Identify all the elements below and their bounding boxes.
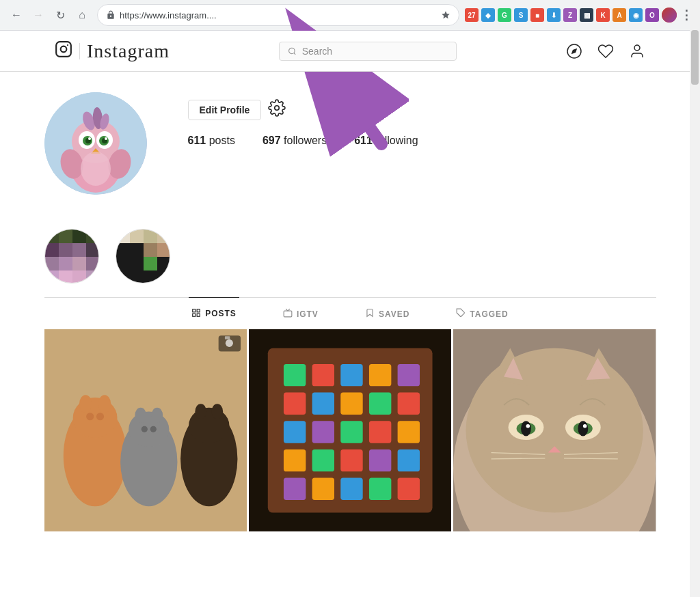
url-text: https://www.instagram....: [120, 10, 437, 20]
svg-rect-71: [397, 421, 419, 443]
pixel-cell: [72, 230, 86, 243]
activity-heart-icon[interactable]: [597, 43, 614, 59]
pixel-cell: [116, 270, 130, 283]
post-thumbnail-2[interactable]: [249, 329, 451, 531]
pixel-cell: [45, 270, 59, 283]
pixel-cell: [144, 230, 157, 243]
ext-icon-11: ◉: [629, 8, 643, 22]
svg-rect-30: [193, 314, 196, 316]
search-icon: [288, 46, 297, 56]
svg-point-50: [195, 404, 206, 419]
ext-icon-7: Z: [563, 8, 577, 22]
svg-point-2: [67, 44, 68, 45]
pixel-cell: [144, 257, 157, 270]
search-bar[interactable]: [279, 42, 457, 61]
pixel-cell: [130, 270, 144, 283]
ig-profile-actions: Edit Profile: [188, 99, 656, 121]
tab-tagged-label: TAGGED: [470, 309, 508, 319]
scrollbar-thumb[interactable]: [691, 30, 699, 85]
nav-buttons: ← → ↻ ⌂: [7, 5, 92, 25]
following-label: following: [375, 135, 418, 146]
followers-stat: 697 followers: [262, 135, 327, 147]
svg-line-101: [564, 458, 618, 459]
svg-rect-31: [197, 314, 200, 316]
tab-igtv[interactable]: IGTV: [280, 298, 321, 329]
svg-point-47: [150, 426, 156, 432]
user-avatar-browser: [662, 8, 677, 23]
pixel-cell: [144, 243, 157, 257]
svg-point-46: [141, 426, 147, 432]
post-thumbnail-1[interactable]: [44, 329, 247, 531]
svg-rect-57: [284, 364, 306, 386]
pixel-cell: [45, 230, 59, 243]
svg-rect-74: [340, 449, 362, 471]
svg-rect-67: [284, 421, 306, 443]
edit-profile-button[interactable]: Edit Profile: [188, 100, 262, 120]
svg-point-96: [583, 424, 587, 428]
ig-stats: 611 posts 697 followers 611 following: [188, 135, 656, 147]
pixel-cell: [86, 257, 99, 270]
svg-rect-62: [284, 393, 306, 415]
lock-icon: [106, 10, 116, 20]
pixel-cell: [59, 230, 72, 243]
svg-rect-64: [340, 393, 362, 415]
svg-point-1: [61, 46, 67, 52]
svg-rect-61: [397, 364, 419, 386]
pixel-cell: [45, 243, 59, 257]
pixel-cell: [59, 270, 72, 283]
post-image-1: [44, 329, 247, 531]
star-icon: [441, 10, 450, 20]
bookmark-icon: [365, 308, 375, 320]
svg-rect-81: [397, 478, 419, 500]
pixel-cell: [86, 270, 99, 283]
home-button[interactable]: ⌂: [72, 5, 92, 25]
svg-marker-6: [571, 48, 577, 53]
ext-icon-3: G: [498, 8, 511, 22]
svg-rect-29: [197, 309, 200, 311]
highlight-item-1[interactable]: [44, 229, 99, 283]
svg-point-25: [81, 152, 111, 186]
post-thumbnail-3[interactable]: [453, 329, 656, 531]
tag-icon: [456, 308, 466, 320]
tab-posts[interactable]: POSTS: [189, 297, 239, 329]
svg-rect-54: [224, 336, 229, 339]
tab-posts-label: POSTS: [205, 309, 237, 318]
address-bar[interactable]: https://www.instagram....: [97, 4, 459, 26]
svg-rect-78: [312, 478, 334, 500]
svg-line-99: [492, 458, 546, 459]
highlight-item-2[interactable]: [116, 229, 170, 283]
logo-divider: [79, 43, 80, 59]
svg-point-53: [225, 339, 232, 347]
explore-icon[interactable]: [566, 43, 582, 59]
profile-icon[interactable]: [629, 43, 645, 59]
ext-icon-9: K: [596, 8, 610, 22]
pixel-cell: [157, 270, 170, 283]
svg-rect-60: [369, 364, 391, 386]
svg-point-45: [151, 408, 163, 423]
pixel-cell: [130, 257, 144, 270]
ext-icon-1: 27: [465, 8, 479, 22]
tab-tagged[interactable]: TAGGED: [453, 298, 511, 329]
ig-profile-info: Edit Profile: [188, 92, 656, 147]
svg-rect-65: [369, 393, 391, 415]
settings-icon[interactable]: [268, 99, 286, 121]
svg-rect-28: [193, 309, 196, 311]
svg-point-38: [79, 395, 92, 413]
forward-button[interactable]: →: [29, 5, 48, 25]
search-input[interactable]: [302, 46, 448, 57]
tab-saved[interactable]: SAVED: [362, 298, 412, 329]
post-image-3: [453, 329, 656, 531]
ig-profile-wrapper: Edit Profile: [44, 92, 656, 531]
svg-point-51: [211, 404, 223, 419]
ig-posts-grid: [44, 329, 656, 531]
reload-button[interactable]: ↻: [51, 5, 70, 25]
back-button[interactable]: ←: [7, 5, 26, 25]
svg-point-17: [88, 137, 91, 140]
svg-point-44: [135, 408, 146, 423]
svg-point-95: [526, 424, 530, 428]
svg-rect-70: [369, 421, 391, 443]
svg-rect-0: [56, 42, 71, 57]
svg-rect-77: [284, 478, 306, 500]
pixel-cell: [144, 270, 157, 283]
followers-label: followers: [284, 135, 327, 146]
